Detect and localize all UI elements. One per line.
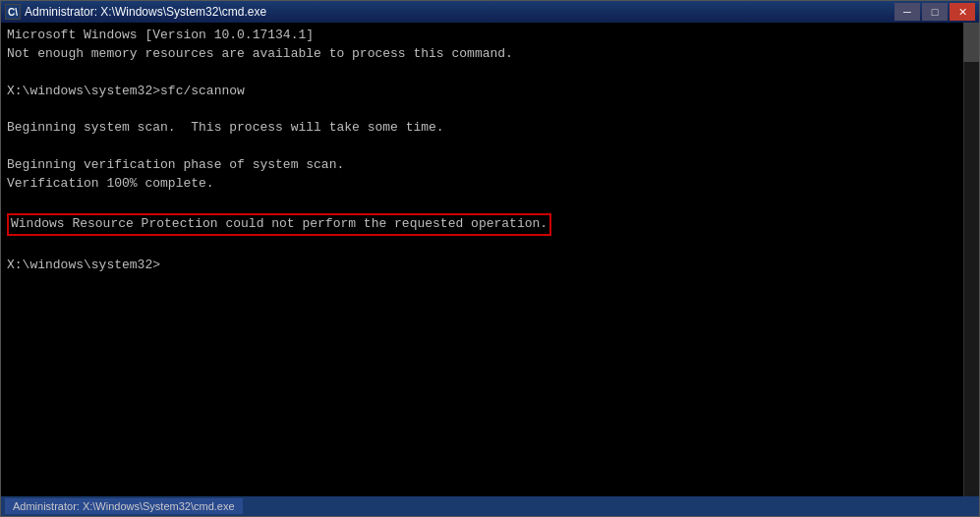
close-button[interactable]: ✕ bbox=[950, 3, 975, 21]
taskbar-item[interactable]: Administrator: X:\Windows\System32\cmd.e… bbox=[5, 498, 243, 514]
title-bar: C\ Administrator: X:\Windows\System32\cm… bbox=[1, 1, 979, 23]
console-line-6: Beginning system scan. This process will… bbox=[7, 119, 973, 138]
console-line-8: Beginning verification phase of system s… bbox=[7, 156, 973, 175]
console-line-9: Verification 100% complete. bbox=[7, 175, 973, 194]
console-line-5 bbox=[7, 100, 973, 119]
console-prompt: X:\windows\system32> bbox=[7, 257, 973, 275]
cmd-icon: C\ bbox=[5, 4, 21, 20]
error-message: Windows Resource Protection could not pe… bbox=[7, 213, 551, 236]
scrollbar-thumb[interactable] bbox=[963, 23, 979, 62]
window-title: Administrator: X:\Windows\System32\cmd.e… bbox=[25, 5, 266, 19]
console-line-7 bbox=[7, 138, 973, 156]
cmd-window: C\ Administrator: X:\Windows\System32\cm… bbox=[0, 0, 980, 517]
console-line-2: Not enough memory resources are availabl… bbox=[7, 45, 973, 64]
console-line-10 bbox=[7, 194, 973, 212]
title-bar-left: C\ Administrator: X:\Windows\System32\cm… bbox=[5, 4, 266, 20]
scrollbar[interactable] bbox=[963, 23, 979, 496]
console-line-12 bbox=[7, 238, 973, 257]
console-area[interactable]: Microsoft Windows [Version 10.0.17134.1]… bbox=[1, 23, 979, 496]
console-line-1: Microsoft Windows [Version 10.0.17134.1] bbox=[7, 27, 973, 45]
console-line-3 bbox=[7, 64, 973, 83]
taskbar: Administrator: X:\Windows\System32\cmd.e… bbox=[1, 496, 979, 516]
console-line-4: X:\windows\system32>sfc/scannow bbox=[7, 83, 973, 101]
title-bar-buttons: ─ □ ✕ bbox=[894, 3, 975, 21]
minimize-button[interactable]: ─ bbox=[894, 3, 920, 21]
maximize-button[interactable]: □ bbox=[922, 3, 948, 21]
svg-text:C\: C\ bbox=[8, 7, 18, 18]
